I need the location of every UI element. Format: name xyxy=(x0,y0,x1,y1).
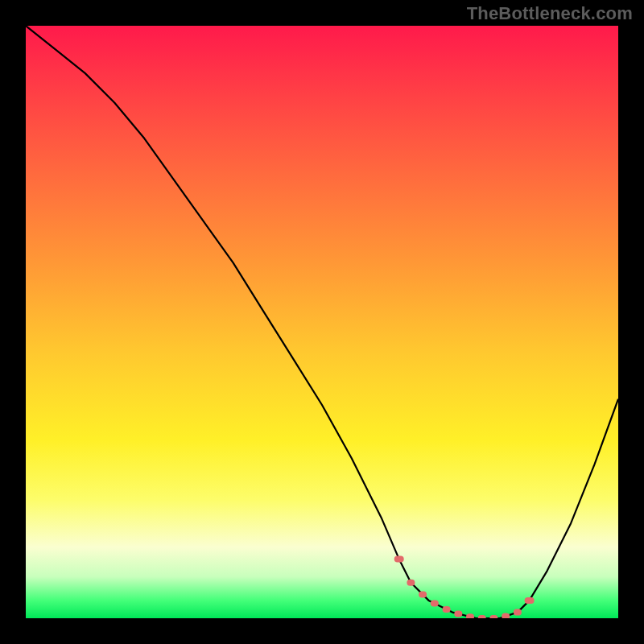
optimal-marker xyxy=(514,609,522,616)
curve-svg xyxy=(26,26,618,618)
plot-area xyxy=(26,26,618,618)
optimal-marker xyxy=(525,597,535,604)
chart-container: TheBottleneck.com xyxy=(0,0,644,644)
optimal-marker xyxy=(478,615,486,618)
bottleneck-curve-path xyxy=(26,26,618,618)
optimal-marker xyxy=(394,555,404,562)
optimal-marker xyxy=(431,601,439,607)
bottleneck-curve xyxy=(26,26,618,618)
optimal-marker xyxy=(466,613,474,618)
optimal-marker xyxy=(454,611,462,617)
optimal-marker xyxy=(489,615,497,618)
optimal-marker xyxy=(443,606,451,613)
optimal-marker xyxy=(502,613,510,619)
optimal-marker xyxy=(407,580,415,586)
optimal-marker xyxy=(419,592,427,598)
watermark-text: TheBottleneck.com xyxy=(467,3,633,24)
